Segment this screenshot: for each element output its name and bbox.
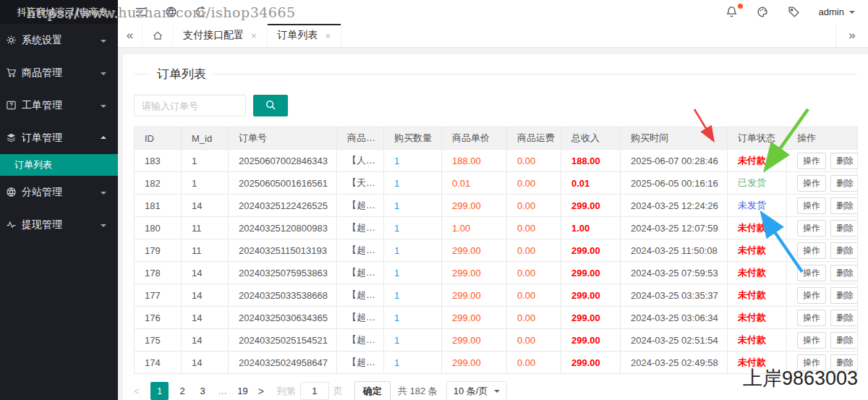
table-body: 183120250607002846343【人…1188.000.00188.0… — [135, 150, 858, 374]
close-icon[interactable]: × — [326, 30, 331, 41]
sidebar-item-ticket-management[interactable]: 工单管理 — [0, 89, 118, 122]
goto-label: 到第 — [277, 385, 296, 398]
table-row: 182120250605001616561【天…10.010.000.01202… — [135, 172, 858, 195]
delete-button[interactable]: 删除 — [830, 332, 858, 349]
operate-button[interactable]: 操作 — [797, 197, 826, 214]
operate-button[interactable]: 操作 — [797, 175, 826, 192]
delete-button[interactable]: 删除 — [830, 310, 858, 326]
topbar: admin — [118, 0, 868, 24]
sidebar-item-order-list[interactable]: 订单列表 — [0, 154, 118, 176]
cell-c-price: 299.00 — [442, 195, 507, 217]
home-tab-icon[interactable] — [142, 24, 173, 47]
operate-button[interactable]: 操作 — [797, 242, 826, 259]
cell-c-total: 1.00 — [561, 217, 621, 239]
cell-c-time: 2024-03-25 03:35:37 — [621, 284, 728, 307]
delete-button[interactable]: 删除 — [830, 220, 858, 237]
cell-c-time: 2024-03-25 03:06:34 — [621, 307, 728, 329]
cell-c-time: 2024-03-25 02:49:58 — [621, 352, 728, 374]
table-row: 1771420240325033538668【超…1299.000.00299.… — [135, 284, 858, 307]
tab-2[interactable]: 订单列表× — [268, 24, 342, 47]
tag-icon[interactable] — [788, 6, 800, 18]
notification-bell-icon[interactable] — [726, 6, 738, 18]
delete-button[interactable]: 删除 — [830, 153, 858, 169]
operate-button[interactable]: 操作 — [797, 220, 826, 237]
user-menu[interactable]: admin — [819, 7, 855, 17]
delete-button[interactable]: 删除 — [830, 265, 858, 281]
table-row: 1811420240325122426525【超…1299.000.00299.… — [135, 195, 858, 217]
table-row: 1751420240325025154521【超…1299.000.00299.… — [135, 329, 858, 352]
cell-c-price: 299.00 — [442, 352, 507, 374]
sidebar-item-order-management[interactable]: 订单管理 — [0, 122, 118, 154]
cell-c-ship: 0.00 — [507, 195, 561, 217]
collapse-sidebar-icon[interactable] — [135, 6, 148, 18]
cell-c-mid: 14 — [182, 307, 229, 329]
cell-c-ship: 0.00 — [507, 217, 561, 239]
confirm-button[interactable]: 确定 — [354, 381, 391, 400]
cell-c-id: 183 — [135, 150, 182, 172]
tabs-scroll-left-icon[interactable]: « — [118, 24, 142, 47]
column-header: 购买时间 — [621, 127, 728, 150]
order-no-search-input[interactable] — [134, 95, 246, 116]
cell-c-total: 299.00 — [561, 195, 621, 217]
cell-c-total: 0.01 — [561, 172, 621, 195]
sidebar-item-site-management[interactable]: 分站管理 — [0, 176, 118, 208]
page-number[interactable]: 3 — [197, 386, 208, 396]
operate-button[interactable]: 操作 — [797, 310, 826, 326]
tab-label: 支付接口配置 — [183, 29, 244, 42]
delete-button[interactable]: 删除 — [830, 197, 858, 214]
delete-button[interactable]: 删除 — [830, 287, 858, 304]
tab-1[interactable]: 支付接口配置× — [173, 24, 268, 47]
page-size-select[interactable]: 10 条/页 — [446, 381, 508, 400]
cell-actions: 操作删除 — [787, 239, 858, 262]
operate-button[interactable]: 操作 — [797, 287, 826, 304]
operate-button[interactable]: 操作 — [797, 354, 826, 371]
sidebar-item-label: 商品管理 — [22, 67, 101, 80]
column-header: 商品运费 — [507, 127, 561, 150]
column-header: 商品单价 — [442, 127, 507, 150]
page-number[interactable]: 2 — [177, 386, 187, 396]
cell-st-unpaid: 未付款 — [728, 217, 787, 239]
sidebar-item-label: 系统设置 — [22, 34, 101, 47]
cell-c-order: 20240325030634365 — [229, 307, 337, 329]
cell-actions: 操作删除 — [787, 307, 858, 329]
cell-c-id: 175 — [135, 329, 182, 352]
operate-button[interactable]: 操作 — [797, 265, 826, 281]
cell-actions: 操作删除 — [787, 284, 858, 307]
search-button[interactable] — [253, 95, 288, 116]
sidebar-item-withdraw-management[interactable]: 提现管理 — [0, 208, 118, 241]
globe-icon — [6, 187, 17, 197]
table-row: 1781420240325075953863【超…1299.000.00299.… — [135, 262, 858, 284]
theme-palette-icon[interactable] — [757, 6, 769, 18]
delete-button[interactable]: 删除 — [830, 175, 858, 192]
cell-c-qty: 1 — [384, 352, 442, 374]
chevron-down-icon — [101, 224, 106, 230]
page-number[interactable]: 1 — [150, 382, 169, 400]
cell-c-order: 20240325122426525 — [229, 195, 337, 217]
sidebar-item-product-management[interactable]: 商品管理 — [0, 56, 118, 89]
cell-c-ship: 0.00 — [507, 262, 561, 284]
page-number[interactable]: 19 — [237, 386, 247, 396]
app-logo: 抖店商城演示 (电商专 — [0, 0, 118, 24]
delete-button[interactable]: 删除 — [830, 354, 858, 371]
gear-icon — [6, 35, 17, 46]
sidebar-item-system-settings[interactable]: 系统设置 — [0, 24, 118, 56]
sidebar: 抖店商城演示 (电商专 系统设置商品管理工单管理订单管理订单列表分站管理提现管理 — [0, 0, 118, 400]
table-row: 1801120240325120800983【超…11.000.001.0020… — [135, 217, 858, 239]
tabs-more-icon[interactable]: » — [835, 24, 868, 47]
cell-c-product: 【超… — [337, 217, 384, 239]
cell-c-product: 【超… — [337, 195, 384, 217]
operate-button[interactable]: 操作 — [797, 153, 826, 169]
operate-button[interactable]: 操作 — [797, 332, 826, 349]
prev-page-icon[interactable]: < — [134, 386, 140, 397]
cell-st-unpaid: 未付款 — [728, 352, 787, 374]
cell-c-price: 0.01 — [442, 172, 507, 195]
refresh-icon[interactable] — [195, 6, 207, 18]
website-icon[interactable] — [165, 6, 177, 18]
next-page-icon[interactable]: > — [258, 386, 264, 397]
close-icon[interactable]: × — [251, 30, 257, 41]
order-list-panel: 订单列表 IDM_id订单号商品…购买数量商品单价商品运费总收入购买时间订单状态… — [123, 54, 868, 400]
cart-icon — [6, 67, 17, 78]
goto-page-input[interactable] — [300, 382, 329, 400]
column-header: M_id — [182, 127, 229, 150]
delete-button[interactable]: 删除 — [830, 242, 858, 259]
